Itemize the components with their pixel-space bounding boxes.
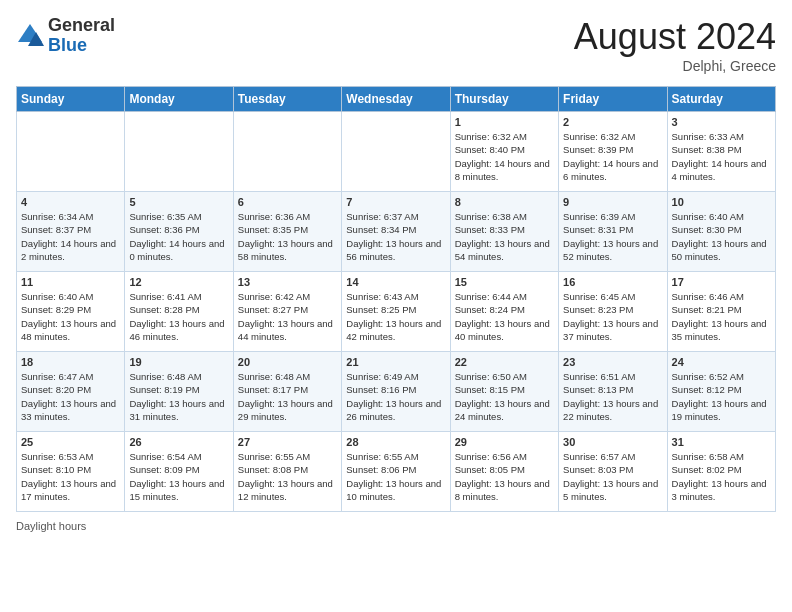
- sunset: Sunset: 8:37 PM: [21, 224, 91, 235]
- sunrise: Sunrise: 6:33 AM: [672, 131, 744, 142]
- day-info: Sunrise: 6:40 AM Sunset: 8:29 PM Dayligh…: [21, 290, 120, 343]
- sunrise: Sunrise: 6:41 AM: [129, 291, 201, 302]
- sunrise: Sunrise: 6:32 AM: [455, 131, 527, 142]
- title-block: August 2024 Delphi, Greece: [574, 16, 776, 74]
- daylight: Daylight: 14 hours and 0 minutes.: [129, 238, 224, 262]
- daylight: Daylight: 13 hours and 29 minutes.: [238, 398, 333, 422]
- calendar-cell: 24 Sunrise: 6:52 AM Sunset: 8:12 PM Dayl…: [667, 352, 775, 432]
- calendar-cell: 9 Sunrise: 6:39 AM Sunset: 8:31 PM Dayli…: [559, 192, 667, 272]
- calendar-week-row: 18 Sunrise: 6:47 AM Sunset: 8:20 PM Dayl…: [17, 352, 776, 432]
- sunset: Sunset: 8:02 PM: [672, 464, 742, 475]
- sunrise: Sunrise: 6:48 AM: [238, 371, 310, 382]
- daylight: Daylight: 14 hours and 6 minutes.: [563, 158, 658, 182]
- daylight: Daylight: 13 hours and 12 minutes.: [238, 478, 333, 502]
- daylight: Daylight: 13 hours and 26 minutes.: [346, 398, 441, 422]
- day-number: 15: [455, 276, 554, 288]
- day-info: Sunrise: 6:39 AM Sunset: 8:31 PM Dayligh…: [563, 210, 662, 263]
- sunrise: Sunrise: 6:45 AM: [563, 291, 635, 302]
- sunset: Sunset: 8:13 PM: [563, 384, 633, 395]
- calendar-cell: 18 Sunrise: 6:47 AM Sunset: 8:20 PM Dayl…: [17, 352, 125, 432]
- sunset: Sunset: 8:35 PM: [238, 224, 308, 235]
- calendar-cell: 5 Sunrise: 6:35 AM Sunset: 8:36 PM Dayli…: [125, 192, 233, 272]
- day-info: Sunrise: 6:32 AM Sunset: 8:40 PM Dayligh…: [455, 130, 554, 183]
- sunset: Sunset: 8:21 PM: [672, 304, 742, 315]
- sunset: Sunset: 8:40 PM: [455, 144, 525, 155]
- sunset: Sunset: 8:31 PM: [563, 224, 633, 235]
- sunrise: Sunrise: 6:55 AM: [346, 451, 418, 462]
- sunrise: Sunrise: 6:53 AM: [21, 451, 93, 462]
- day-number: 10: [672, 196, 771, 208]
- calendar-cell: 25 Sunrise: 6:53 AM Sunset: 8:10 PM Dayl…: [17, 432, 125, 512]
- sunrise: Sunrise: 6:50 AM: [455, 371, 527, 382]
- sunrise: Sunrise: 6:39 AM: [563, 211, 635, 222]
- day-number: 4: [21, 196, 120, 208]
- sunset: Sunset: 8:10 PM: [21, 464, 91, 475]
- calendar-cell: 23 Sunrise: 6:51 AM Sunset: 8:13 PM Dayl…: [559, 352, 667, 432]
- day-info: Sunrise: 6:57 AM Sunset: 8:03 PM Dayligh…: [563, 450, 662, 503]
- sunset: Sunset: 8:24 PM: [455, 304, 525, 315]
- calendar-cell: 10 Sunrise: 6:40 AM Sunset: 8:30 PM Dayl…: [667, 192, 775, 272]
- day-number: 18: [21, 356, 120, 368]
- sunset: Sunset: 8:15 PM: [455, 384, 525, 395]
- day-number: 12: [129, 276, 228, 288]
- calendar-cell: 12 Sunrise: 6:41 AM Sunset: 8:28 PM Dayl…: [125, 272, 233, 352]
- location-label: Delphi, Greece: [574, 58, 776, 74]
- sunset: Sunset: 8:08 PM: [238, 464, 308, 475]
- day-number: 20: [238, 356, 337, 368]
- sunrise: Sunrise: 6:36 AM: [238, 211, 310, 222]
- sunrise: Sunrise: 6:54 AM: [129, 451, 201, 462]
- calendar-cell: 31 Sunrise: 6:58 AM Sunset: 8:02 PM Dayl…: [667, 432, 775, 512]
- daylight: Daylight: 14 hours and 8 minutes.: [455, 158, 550, 182]
- calendar-week-row: 11 Sunrise: 6:40 AM Sunset: 8:29 PM Dayl…: [17, 272, 776, 352]
- day-info: Sunrise: 6:48 AM Sunset: 8:17 PM Dayligh…: [238, 370, 337, 423]
- daylight: Daylight: 13 hours and 31 minutes.: [129, 398, 224, 422]
- calendar-week-row: 25 Sunrise: 6:53 AM Sunset: 8:10 PM Dayl…: [17, 432, 776, 512]
- day-info: Sunrise: 6:56 AM Sunset: 8:05 PM Dayligh…: [455, 450, 554, 503]
- daylight: Daylight: 13 hours and 33 minutes.: [21, 398, 116, 422]
- day-number: 29: [455, 436, 554, 448]
- daylight: Daylight: 13 hours and 48 minutes.: [21, 318, 116, 342]
- daylight: Daylight: 13 hours and 56 minutes.: [346, 238, 441, 262]
- calendar-cell: [17, 112, 125, 192]
- sunset: Sunset: 8:28 PM: [129, 304, 199, 315]
- day-info: Sunrise: 6:36 AM Sunset: 8:35 PM Dayligh…: [238, 210, 337, 263]
- day-number: 8: [455, 196, 554, 208]
- daylight: Daylight: 13 hours and 35 minutes.: [672, 318, 767, 342]
- day-number: 6: [238, 196, 337, 208]
- sunrise: Sunrise: 6:55 AM: [238, 451, 310, 462]
- day-number: 27: [238, 436, 337, 448]
- sunset: Sunset: 8:16 PM: [346, 384, 416, 395]
- day-info: Sunrise: 6:58 AM Sunset: 8:02 PM Dayligh…: [672, 450, 771, 503]
- sunrise: Sunrise: 6:40 AM: [21, 291, 93, 302]
- daylight-hours-label: Daylight hours: [16, 520, 86, 532]
- day-info: Sunrise: 6:50 AM Sunset: 8:15 PM Dayligh…: [455, 370, 554, 423]
- daylight: Daylight: 13 hours and 40 minutes.: [455, 318, 550, 342]
- day-number: 21: [346, 356, 445, 368]
- sunset: Sunset: 8:05 PM: [455, 464, 525, 475]
- day-number: 2: [563, 116, 662, 128]
- calendar-cell: 15 Sunrise: 6:44 AM Sunset: 8:24 PM Dayl…: [450, 272, 558, 352]
- logo: General Blue: [16, 16, 115, 56]
- sunset: Sunset: 8:17 PM: [238, 384, 308, 395]
- day-number: 17: [672, 276, 771, 288]
- sunset: Sunset: 8:20 PM: [21, 384, 91, 395]
- calendar-cell: [125, 112, 233, 192]
- sunset: Sunset: 8:38 PM: [672, 144, 742, 155]
- sunrise: Sunrise: 6:46 AM: [672, 291, 744, 302]
- sunset: Sunset: 8:34 PM: [346, 224, 416, 235]
- day-info: Sunrise: 6:44 AM Sunset: 8:24 PM Dayligh…: [455, 290, 554, 343]
- day-number: 13: [238, 276, 337, 288]
- day-info: Sunrise: 6:35 AM Sunset: 8:36 PM Dayligh…: [129, 210, 228, 263]
- logo-blue: Blue: [48, 35, 87, 55]
- page-header: General Blue August 2024 Delphi, Greece: [16, 16, 776, 74]
- calendar-week-row: 4 Sunrise: 6:34 AM Sunset: 8:37 PM Dayli…: [17, 192, 776, 272]
- daylight: Daylight: 13 hours and 22 minutes.: [563, 398, 658, 422]
- day-number: 24: [672, 356, 771, 368]
- daylight: Daylight: 13 hours and 52 minutes.: [563, 238, 658, 262]
- calendar-cell: 1 Sunrise: 6:32 AM Sunset: 8:40 PM Dayli…: [450, 112, 558, 192]
- daylight: Daylight: 13 hours and 17 minutes.: [21, 478, 116, 502]
- calendar-cell: 16 Sunrise: 6:45 AM Sunset: 8:23 PM Dayl…: [559, 272, 667, 352]
- day-number: 23: [563, 356, 662, 368]
- sunset: Sunset: 8:19 PM: [129, 384, 199, 395]
- daylight: Daylight: 13 hours and 15 minutes.: [129, 478, 224, 502]
